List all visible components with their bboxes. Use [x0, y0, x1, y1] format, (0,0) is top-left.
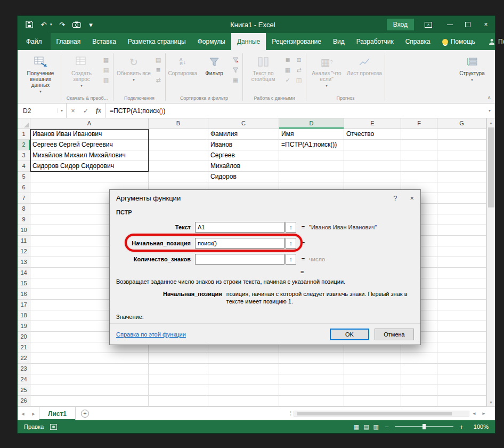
cell-B2[interactable]	[149, 140, 208, 150]
page-layout-view-icon[interactable]: ▤	[363, 423, 369, 430]
row-header-3[interactable]: 3	[18, 150, 30, 161]
scroll-down-icon[interactable]: ▼	[487, 398, 495, 406]
cell-C2[interactable]: Иванов	[208, 140, 279, 150]
customize-qat-icon[interactable]: ▾	[87, 20, 95, 29]
cell-B25[interactable]	[149, 385, 208, 396]
cell-C23[interactable]	[208, 364, 279, 374]
name-box[interactable]: D2 ▾	[18, 103, 67, 118]
cell-G24[interactable]	[437, 374, 486, 385]
cell-A22[interactable]	[30, 353, 149, 364]
row-header-1[interactable]: 1	[18, 129, 30, 140]
cell-B3[interactable]	[149, 150, 208, 161]
range-picker-icon[interactable]: ↑	[286, 222, 296, 233]
column-header-F[interactable]: F	[401, 118, 437, 129]
cell-B23[interactable]	[149, 364, 208, 374]
scroll-right-icon[interactable]: ►	[479, 411, 489, 416]
text-to-columns-button[interactable]: Текст по столбцам	[245, 53, 281, 82]
row-header-6[interactable]: 6	[18, 182, 30, 193]
row-header-14[interactable]: 14	[18, 268, 30, 278]
share-button[interactable]: Поделиться	[481, 33, 504, 50]
cell-E23[interactable]	[344, 364, 401, 374]
tab-page-layout[interactable]: Разметка страницы	[122, 33, 192, 50]
name-box-dropdown-icon[interactable]: ▾	[57, 108, 66, 113]
sheet-tab-list1[interactable]: Лист1	[39, 407, 76, 420]
cell-D5[interactable]	[279, 172, 344, 182]
cell-B24[interactable]	[149, 374, 208, 385]
zoom-slider-thumb[interactable]	[422, 424, 426, 429]
cell-B1[interactable]	[149, 129, 208, 140]
vertical-scrollbar[interactable]: ▲ ▼	[486, 118, 495, 406]
column-header-C[interactable]: C	[208, 118, 279, 129]
cell-C4[interactable]: Михайлов	[208, 161, 279, 172]
get-external-data-button[interactable]: Получение внешних данных ▾	[22, 53, 59, 94]
function-help-link[interactable]: Справка по этой функции	[116, 331, 186, 338]
redo-icon[interactable]: ↷	[58, 20, 67, 29]
row-header-7[interactable]: 7	[18, 193, 30, 204]
cell-A25[interactable]	[30, 385, 149, 396]
insert-function-button[interactable]: fx	[92, 107, 105, 115]
show-queries-icon[interactable]: ▦	[101, 56, 111, 64]
scroll-left-icon[interactable]: ◄	[469, 411, 479, 416]
collapse-ribbon-icon[interactable]: ˄	[487, 95, 491, 101]
row-header-2[interactable]: 2	[18, 140, 30, 150]
row-header-21[interactable]: 21	[18, 342, 30, 353]
formula-bar-expand-icon[interactable]: ▾	[484, 103, 495, 118]
cell-F1[interactable]	[401, 129, 437, 140]
cell-A23[interactable]	[30, 364, 149, 374]
cell-E24[interactable]	[344, 374, 401, 385]
row-header-5[interactable]: 5	[18, 172, 30, 182]
tab-splitter[interactable]: ⁞	[288, 411, 294, 417]
sheet-nav-right-icon[interactable]: ►	[28, 411, 39, 417]
cell-E2[interactable]	[344, 140, 401, 150]
tab-tell-me[interactable]: Помощь	[436, 33, 481, 50]
cell-E22[interactable]	[344, 353, 401, 364]
column-header-D[interactable]: D	[279, 118, 344, 129]
cell-C24[interactable]	[208, 374, 279, 385]
cell-G5[interactable]	[437, 172, 486, 182]
cell-A1[interactable]: Иванов Иван Иванович	[30, 129, 149, 140]
consolidate-icon[interactable]: ⊞	[294, 56, 304, 64]
cell-D3[interactable]	[279, 150, 344, 161]
vertical-scroll-thumb[interactable]	[488, 127, 494, 207]
cell-G22[interactable]	[437, 353, 486, 364]
cell-E1[interactable]: Отчество	[344, 129, 401, 140]
clear-filter-icon[interactable]	[231, 56, 240, 64]
add-sheet-button[interactable]: +	[81, 410, 89, 418]
row-header-23[interactable]: 23	[18, 364, 30, 374]
row-header-11[interactable]: 11	[18, 236, 30, 246]
refresh-all-button[interactable]: ↻ Обновить все ▾	[116, 53, 152, 83]
cell-G16[interactable]	[437, 289, 486, 300]
column-header-A[interactable]: A	[30, 118, 149, 129]
row-header-15[interactable]: 15	[18, 278, 30, 289]
zoom-level[interactable]: 100%	[469, 423, 489, 430]
cell-C3[interactable]: Сергеев	[208, 150, 279, 161]
cell-E4[interactable]	[344, 161, 401, 172]
select-all-corner[interactable]	[18, 118, 30, 129]
cell-G8[interactable]	[437, 204, 486, 214]
page-break-view-icon[interactable]: ▥	[373, 423, 379, 430]
cell-F5[interactable]	[401, 172, 437, 182]
row-header-10[interactable]: 10	[18, 225, 30, 236]
cell-A24[interactable]	[30, 374, 149, 385]
horizontal-scrollbar[interactable]	[294, 411, 469, 417]
cell-D2[interactable]: =ПСТР(A1;поиск())	[279, 140, 344, 150]
cell-G2[interactable]	[437, 140, 486, 150]
cell-G3[interactable]	[437, 150, 486, 161]
row-header-13[interactable]: 13	[18, 257, 30, 268]
row-header-16[interactable]: 16	[18, 289, 30, 300]
undo-icon[interactable]: ↶	[39, 20, 48, 29]
cell-G10[interactable]	[437, 225, 486, 236]
cell-D24[interactable]	[279, 374, 344, 385]
cell-E25[interactable]	[344, 385, 401, 396]
cell-G25[interactable]	[437, 385, 486, 396]
connections-icon[interactable]: ▤	[153, 56, 163, 64]
data-model-icon[interactable]: ◫	[294, 76, 304, 84]
cell-G20[interactable]	[437, 332, 486, 342]
remove-duplicates-icon[interactable]: ▦	[283, 66, 292, 74]
zoom-in-button[interactable]: +	[458, 423, 465, 431]
row-header-24[interactable]: 24	[18, 374, 30, 385]
row-header-25[interactable]: 25	[18, 385, 30, 396]
range-picker-icon[interactable]: ↑	[286, 238, 296, 249]
cell-G4[interactable]	[437, 161, 486, 172]
cell-F24[interactable]	[401, 374, 437, 385]
